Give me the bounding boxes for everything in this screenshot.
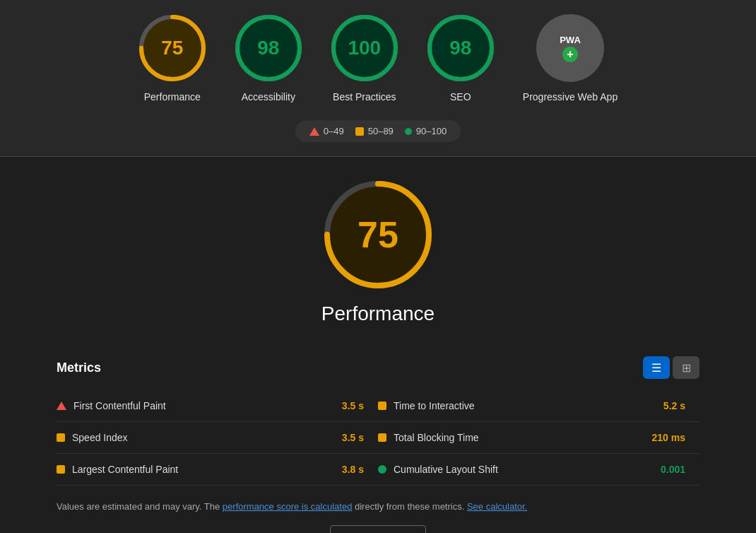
metric-icon-red-fcp <box>57 402 66 410</box>
score-circle-best-practices: 100 <box>331 14 398 82</box>
metrics-grid: First Contentful Paint 3.5 s Speed Index… <box>57 390 699 486</box>
metric-name-lcp: Largest Contentful Paint <box>72 464 335 475</box>
metric-row-fcp: First Contentful Paint 3.5 s <box>57 390 378 422</box>
score-label-seo: SEO <box>450 90 471 103</box>
footer-link-score-calc[interactable]: performance score is calculated <box>223 501 353 512</box>
score-value-accessibility: 98 <box>235 14 302 82</box>
metric-name-fcp: First Contentful Paint <box>73 400 335 411</box>
score-value-seo: 98 <box>427 14 495 82</box>
legend-item-green: 90–100 <box>405 126 447 136</box>
legend-label-green: 90–100 <box>416 126 447 136</box>
score-item-performance[interactable]: 75 Performance <box>138 14 206 103</box>
legend: 0–49 50–89 90–100 <box>295 120 461 142</box>
pwa-plus-icon: + <box>562 47 578 62</box>
metric-value-fcp: 3.5 s <box>342 400 378 411</box>
legend-green-icon <box>405 128 412 135</box>
metric-icon-orange-si <box>57 433 65 442</box>
top-section: 75 Performance 98 Accessibility <box>0 0 756 156</box>
view-treemap-button[interactable]: ▦ View Treemap <box>330 525 427 533</box>
footer-prefix: Values are estimated and may vary. The <box>57 501 223 512</box>
metric-icon-green-cls <box>378 465 386 474</box>
score-circle-accessibility: 98 <box>235 14 302 82</box>
legend-label-red: 0–49 <box>324 126 344 136</box>
metrics-section: Metrics ☰ ⊞ First Contentful Paint 3.5 s… <box>57 356 699 486</box>
metrics-left-col: First Contentful Paint 3.5 s Speed Index… <box>57 390 378 486</box>
big-score-label: Performance <box>321 303 435 325</box>
metrics-right-col: Time to Interactive 5.2 s Total Blocking… <box>378 390 699 486</box>
score-item-accessibility[interactable]: 98 Accessibility <box>235 14 302 103</box>
metrics-header: Metrics ☰ ⊞ <box>57 356 699 379</box>
view-toggle: ☰ ⊞ <box>643 356 699 379</box>
metric-row-cls: Cumulative Layout Shift 0.001 <box>378 454 699 486</box>
score-value-performance: 75 <box>138 14 206 82</box>
metric-name-si: Speed Index <box>72 432 335 443</box>
score-item-best-practices[interactable]: 100 Best Practices <box>331 14 398 103</box>
score-item-pwa[interactable]: PWA + Progressive Web App <box>523 14 618 103</box>
footer-middle: directly from these metrics. <box>352 501 467 512</box>
metric-value-cls: 0.001 <box>661 464 699 475</box>
scores-row: 75 Performance 98 Accessibility <box>138 14 618 103</box>
metric-value-lcp: 3.8 s <box>342 464 378 475</box>
legend-item-orange: 50–89 <box>355 126 394 136</box>
metric-name-tbt: Total Blocking Time <box>394 432 645 443</box>
main-section: 75 Performance Metrics ☰ ⊞ First Content… <box>0 157 756 533</box>
legend-red-icon <box>309 127 319 136</box>
metric-value-tti: 5.2 s <box>663 400 699 411</box>
footer-link-see-calc[interactable]: See calculator. <box>467 501 527 512</box>
toggle-list-button[interactable]: ☰ <box>643 356 670 379</box>
metric-row-lcp: Largest Contentful Paint 3.8 s <box>57 454 378 486</box>
metric-value-tbt: 210 ms <box>652 432 699 443</box>
legend-label-orange: 50–89 <box>368 126 394 136</box>
legend-item-red: 0–49 <box>309 126 344 136</box>
score-label-pwa: Progressive Web App <box>523 90 618 103</box>
score-circle-seo: 98 <box>427 14 495 82</box>
metric-icon-orange-tti <box>378 402 386 410</box>
legend-orange-icon <box>355 127 364 136</box>
metric-row-tbt: Total Blocking Time 210 ms <box>378 422 699 454</box>
metric-icon-orange-lcp <box>57 465 65 474</box>
metric-name-tti: Time to Interactive <box>394 400 656 411</box>
footer-text: Values are estimated and may vary. The p… <box>57 500 699 514</box>
big-score-wrapper: 75 Performance <box>321 178 435 345</box>
metric-name-cls: Cumulative Layout Shift <box>394 464 654 475</box>
pwa-circle: PWA + <box>536 14 604 82</box>
score-label-performance: Performance <box>144 90 201 103</box>
metric-value-si: 3.5 s <box>342 432 378 443</box>
big-score-value: 75 <box>321 178 435 291</box>
big-score-circle: 75 <box>321 178 435 291</box>
score-label-accessibility: Accessibility <box>242 90 295 103</box>
score-circle-performance: 75 <box>138 14 206 82</box>
score-label-best-practices: Best Practices <box>333 90 396 103</box>
metric-row-si: Speed Index 3.5 s <box>57 422 378 454</box>
metrics-title: Metrics <box>57 361 101 375</box>
metric-icon-orange-tbt <box>378 433 386 442</box>
score-item-seo[interactable]: 98 SEO <box>427 14 495 103</box>
toggle-grid-button[interactable]: ⊞ <box>673 356 699 379</box>
pwa-badge-text: PWA <box>560 35 581 45</box>
metric-row-tti: Time to Interactive 5.2 s <box>378 390 699 422</box>
score-value-best-practices: 100 <box>331 14 398 82</box>
